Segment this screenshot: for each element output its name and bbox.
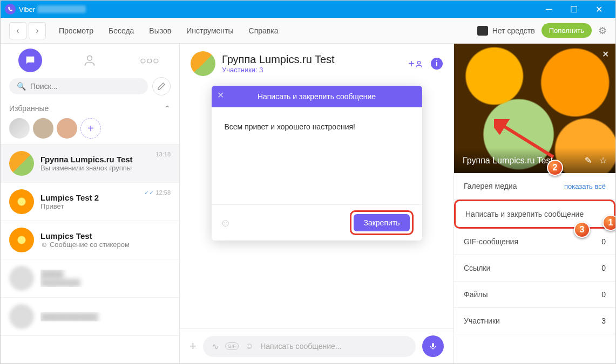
annotation-badge-2: 2 [547, 160, 563, 176]
chat-header: Группа Lumpics.ru Test Участники: 3 + i [180, 44, 453, 84]
chat-avatar [9, 304, 34, 329]
search-input-wrap[interactable]: 🔍 [9, 78, 148, 94]
pin-row-label: Написать и закрепить сообщение [465, 210, 584, 218]
pin-button-highlight: Закрепить [350, 210, 413, 235]
chat-name: Lumpics Test [40, 231, 171, 241]
favorite-add-button[interactable]: + [80, 118, 101, 139]
favorite-avatar[interactable] [9, 118, 30, 139]
nav-forward-button[interactable]: › [29, 22, 46, 39]
chat-avatar [9, 266, 34, 291]
attach-icon[interactable]: + [189, 339, 197, 353]
sticker-icon[interactable]: ☺ [245, 341, 254, 351]
settings-gear-icon[interactable]: ⚙ [598, 25, 607, 37]
info-panel-close-icon[interactable]: ✕ [602, 49, 609, 59]
panel-row-members[interactable]: Участники 3 [454, 308, 615, 334]
pin-dialog-header: ✕ Написать и закрепить сообщение [212, 86, 422, 107]
emoji-icon[interactable]: ☺ [220, 217, 231, 229]
menu-tools[interactable]: Инструменты [186, 26, 233, 35]
main-toolbar: ‹ › Просмотр Беседа Вызов Инструменты Сп… [1, 18, 615, 44]
group-name: Группа Lumpics.ru Test [463, 156, 585, 166]
window-subtitle-blur [37, 5, 86, 13]
chat-list-item[interactable]: Группа Lumpics.ru Test Вы изменили значо… [1, 145, 179, 183]
chat-header-subtitle[interactable]: Участники: 3 [222, 66, 335, 74]
window-close-button[interactable]: ✕ [586, 1, 611, 18]
chat-list-item[interactable]: Lumpics Test 2 Привет ✓✓ 12:58 [1, 183, 179, 221]
compose-button[interactable] [152, 77, 171, 95]
files-count: 0 [601, 290, 606, 299]
panel-row-gif[interactable]: GIF-сообщения 0 [454, 229, 615, 255]
topup-button[interactable]: Пополнить [541, 23, 592, 38]
wallet-icon [477, 26, 488, 36]
tab-more[interactable]: ○○○ [120, 44, 179, 77]
balance-text: Нет средств [492, 26, 535, 35]
tab-contacts[interactable] [60, 44, 119, 77]
chat-name: Группа Lumpics.ru Test [40, 155, 149, 164]
members-label: Участники [464, 317, 500, 325]
svg-rect-3 [432, 343, 434, 347]
pin-message-textarea[interactable] [225, 122, 409, 148]
window-title: Viber [19, 5, 35, 13]
compose-input[interactable]: ∿ GIF ☺ Написать сообщение... [203, 336, 416, 357]
favorite-avatar[interactable] [57, 118, 77, 139]
chat-header-title: Группа Lumpics.ru Test [222, 53, 335, 66]
chat-list-item[interactable]: ████ ████████ [1, 259, 179, 298]
files-label: Файлы [464, 290, 488, 299]
chat-name: Lumpics Test 2 [40, 193, 138, 202]
chat-time: ✓✓ 12:58 [144, 189, 171, 196]
svg-point-0 [87, 56, 92, 60]
group-cover: ✕ Группа Lumpics.ru Test ✎ ☆ [454, 44, 615, 173]
favorites-label: Избранные [9, 104, 49, 113]
gif-count: 0 [601, 237, 606, 246]
favorite-star-icon[interactable]: ☆ [599, 155, 607, 166]
members-count: 3 [601, 317, 606, 325]
panel-row-gallery[interactable]: Галерея медиа показать всё [454, 173, 615, 200]
compose-placeholder: Написать сообщение... [260, 342, 341, 351]
compose-bar: + ∿ GIF ☺ Написать сообщение... [180, 328, 453, 363]
menu-view[interactable]: Просмотр [59, 26, 93, 35]
tab-chats[interactable] [1, 44, 60, 77]
chat-preview: Привет [40, 202, 138, 210]
info-panel: ✕ Группа Lumpics.ru Test ✎ ☆ Галерея мед… [453, 44, 615, 363]
nav-back-button[interactable]: ‹ [9, 22, 26, 39]
pin-dialog-title: Написать и закрепить сообщение [258, 92, 376, 101]
menu-call[interactable]: Вызов [149, 26, 171, 35]
annotation-badge-3: 3 [574, 222, 590, 238]
gif-icon[interactable]: GIF [225, 342, 239, 350]
add-member-icon[interactable]: + [408, 58, 423, 70]
gif-label: GIF-сообщения [464, 237, 518, 246]
chat-info-icon[interactable]: i [431, 58, 443, 70]
favorites-collapse-icon[interactable]: ⌃ [164, 104, 171, 113]
gallery-label: Галерея медиа [464, 182, 517, 190]
gallery-show-all-link[interactable]: показать всё [564, 182, 606, 190]
chat-list-item[interactable]: Lumpics Test ☺ Сообщение со стикером [1, 221, 179, 259]
chat-list: Группа Lumpics.ru Test Вы изменили значо… [1, 144, 179, 336]
panel-row-files[interactable]: Файлы 0 [454, 281, 615, 308]
window-minimize-button[interactable]: ─ [537, 1, 561, 18]
menu-help[interactable]: Справка [249, 26, 279, 35]
edit-group-icon[interactable]: ✎ [585, 155, 592, 166]
chat-time: 13:18 [155, 151, 171, 157]
window-maximize-button[interactable]: ☐ [561, 1, 586, 18]
chat-avatar [9, 189, 34, 214]
mic-button[interactable] [422, 335, 444, 357]
favorite-avatar[interactable] [33, 118, 53, 139]
title-bar: Viber ─ ☐ ✕ [1, 1, 615, 18]
chat-header-avatar[interactable] [191, 51, 215, 76]
pin-submit-button[interactable]: Закрепить [354, 214, 409, 231]
pin-dialog-close-icon[interactable]: ✕ [217, 90, 224, 100]
voice-wave-icon[interactable]: ∿ [212, 341, 219, 352]
menu-chat[interactable]: Беседа [109, 26, 134, 35]
search-icon: 🔍 [17, 82, 26, 91]
chat-list-item[interactable]: ██████████ [1, 298, 179, 336]
viber-logo-icon [5, 4, 16, 15]
panel-row-pin-message[interactable]: Написать и закрепить сообщение [454, 200, 615, 229]
pin-message-dialog: ✕ Написать и закрепить сообщение ☺ Закре… [212, 86, 422, 241]
panel-row-links[interactable]: Ссылки 0 [454, 255, 615, 281]
search-input[interactable] [30, 82, 140, 91]
svg-point-1 [417, 61, 420, 64]
chat-name: ██████████ [40, 312, 171, 321]
links-label: Ссылки [464, 264, 490, 272]
chat-preview: ████████ [40, 279, 171, 287]
links-count: 0 [601, 264, 606, 272]
chat-avatar [9, 228, 34, 252]
